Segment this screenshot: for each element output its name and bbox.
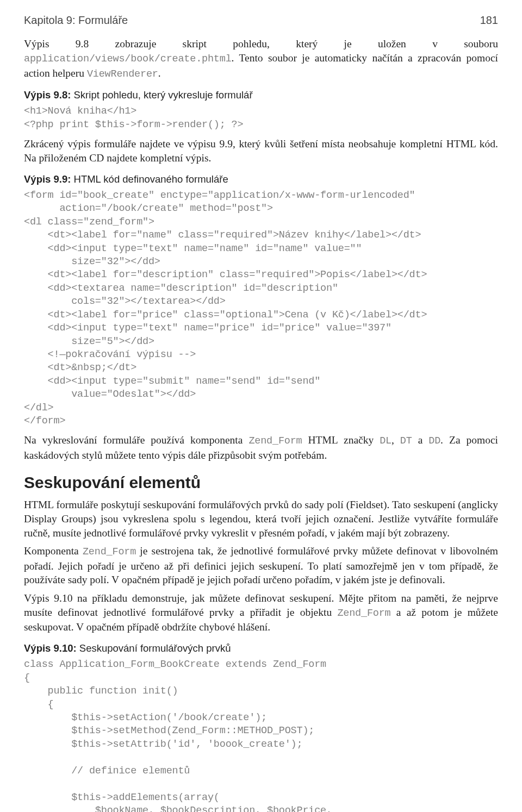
listing-title: Skript pohledu, který vykresluje formulá…: [71, 89, 252, 101]
listing-title: Seskupování formulářových prvků: [77, 642, 231, 654]
text-run: Na vykreslování formuláře používá kompon…: [24, 434, 248, 446]
text-run: a: [412, 434, 429, 446]
listing-number: Výpis 9.10:: [24, 642, 77, 654]
chapter-title: Kapitola 9: Formuláře: [24, 13, 128, 27]
listing-caption-9-9: Výpis 9.9: HTML kód definovaného formulá…: [24, 173, 498, 186]
section-heading: Seskupování elementů: [24, 472, 498, 494]
code-inline: Zend_Form: [248, 435, 302, 447]
document-page: Kapitola 9: Formuláře 181 Výpis 9.8 zobr…: [0, 0, 522, 812]
group-paragraph-3: Výpis 9.10 na příkladu demonstruje, jak …: [24, 591, 498, 634]
listing-caption-9-10: Výpis 9.10: Seskupování formulářových pr…: [24, 642, 498, 655]
truncation-note: Zkrácený výpis formuláře najdete ve výpi…: [24, 137, 498, 165]
intro-paragraph: Výpis 9.8 zobrazuje skript pohledu, kter…: [24, 37, 498, 81]
code-inline: ViewRenderer: [87, 68, 158, 80]
listing-number: Výpis 9.9:: [24, 173, 71, 185]
render-paragraph: Na vykreslování formuláře používá kompon…: [24, 433, 498, 462]
text-run: HTML značky: [302, 434, 380, 446]
code-inline: DT: [400, 435, 412, 447]
code-block-9-9: <form id="book_create" enctype="applicat…: [24, 189, 498, 428]
page-number: 181: [480, 13, 498, 27]
text-run: Výpis 9.8 zobrazuje skript pohledu, kter…: [24, 38, 498, 49]
code-inline: Zend_Form: [83, 546, 136, 558]
listing-caption-9-8: Výpis 9.8: Skript pohledu, který vykresl…: [24, 89, 498, 102]
group-paragraph-2: Komponenta Zend_Form je sestrojena tak, …: [24, 544, 498, 587]
listing-title: HTML kód definovaného formuláře: [71, 173, 228, 185]
text-run: Komponenta: [24, 545, 83, 557]
code-inline: application/views/book/create.phtml: [24, 53, 232, 65]
text-run: ,: [391, 434, 400, 446]
listing-number: Výpis 9.8:: [24, 89, 71, 101]
group-paragraph-1: HTML formuláře poskytují seskupování for…: [24, 498, 498, 540]
code-inline: DL: [380, 435, 391, 447]
code-inline: DD: [428, 435, 440, 447]
text-run: .: [158, 67, 161, 79]
code-inline: Zend_Form: [337, 608, 390, 619]
code-block-9-10: class Application_Form_BookCreate extend…: [24, 658, 498, 812]
page-header: Kapitola 9: Formuláře 181: [24, 13, 498, 27]
code-block-9-8: <h1>Nová kniha</h1> <?php print $this->f…: [24, 105, 498, 132]
